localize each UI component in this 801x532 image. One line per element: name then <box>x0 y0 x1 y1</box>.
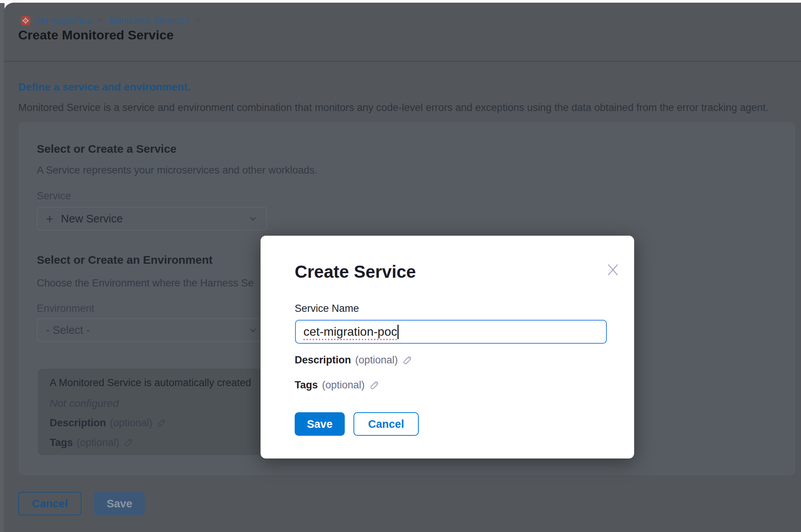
service-section-heading: Select or Create a Service <box>37 142 177 155</box>
screen: cet-workshop > Monitored Services > Crea… <box>0 0 801 532</box>
environment-section-subheading: Choose the Environment where the Harness… <box>37 277 254 289</box>
breadcrumb-separator: > <box>97 16 103 26</box>
page-save-button-disabled[interactable]: Save <box>94 492 145 515</box>
header-divider <box>4 61 801 62</box>
service-dropdown[interactable]: + New Service <box>37 207 267 230</box>
service-field-label: Service <box>37 190 71 202</box>
modal-tags-row: Tags (optional) <box>295 379 380 391</box>
description-row: Description (optional) <box>50 417 166 429</box>
modal-description-row: Description (optional) <box>295 354 413 366</box>
description-label: Description <box>50 417 106 429</box>
environment-field-label: Environment <box>37 303 94 315</box>
tags-label: Tags <box>295 379 318 391</box>
tags-optional-label: (optional) <box>322 379 365 391</box>
modal-title: Create Service <box>295 261 416 282</box>
service-name-value: cet-migration-poc <box>303 325 397 339</box>
environment-dropdown[interactable]: - Select - <box>37 318 267 342</box>
chevron-down-icon <box>248 325 258 335</box>
service-name-label: Service Name <box>295 303 359 315</box>
service-section-subheading: A Service represents your microservices … <box>37 164 317 176</box>
environment-dropdown-placeholder: - Select - <box>46 324 90 336</box>
page-title: Create Monitored Service <box>18 28 174 42</box>
edit-pencil-icon[interactable] <box>369 380 380 391</box>
error-tracking-app-icon <box>21 16 30 25</box>
service-name-input[interactable]: cet-migration-poc <box>295 320 607 344</box>
intro-description: Monitored Service is a service and envir… <box>18 102 796 114</box>
breadcrumb: cet-workshop > Monitored Services > <box>21 15 200 26</box>
breadcrumb-monitored-services-link[interactable]: Monitored Services <box>108 15 189 26</box>
edit-pencil-icon[interactable] <box>402 355 413 366</box>
description-optional-label: (optional) <box>355 354 398 366</box>
tags-row: Tags (optional) <box>50 437 134 449</box>
breadcrumb-separator: > <box>195 16 200 26</box>
edit-pencil-icon[interactable] <box>123 438 134 448</box>
tags-label: Tags <box>50 437 73 449</box>
auto-create-text: A Monitored Service is automatically cre… <box>50 377 251 389</box>
close-icon[interactable] <box>604 261 622 279</box>
description-label: Description <box>295 354 351 366</box>
tags-optional-label: (optional) <box>77 437 119 449</box>
description-optional-label: (optional) <box>110 417 153 429</box>
service-dropdown-value: New Service <box>61 213 123 225</box>
modal-cancel-button[interactable]: Cancel <box>353 412 419 436</box>
not-configured-status: Not configured <box>50 397 119 410</box>
create-service-modal: Create Service Service Name cet-migratio… <box>261 236 634 458</box>
intro-heading: Define a service and environment. <box>18 81 190 93</box>
modal-save-button[interactable]: Save <box>295 412 345 436</box>
chevron-down-icon <box>248 214 258 224</box>
edit-pencil-icon[interactable] <box>156 418 166 428</box>
page-cancel-button[interactable]: Cancel <box>18 492 82 515</box>
plus-icon: + <box>46 212 53 225</box>
text-caret <box>397 325 399 339</box>
breadcrumb-project-link[interactable]: cet-workshop <box>36 15 92 26</box>
environment-section-heading: Select or Create an Environment <box>37 253 212 266</box>
